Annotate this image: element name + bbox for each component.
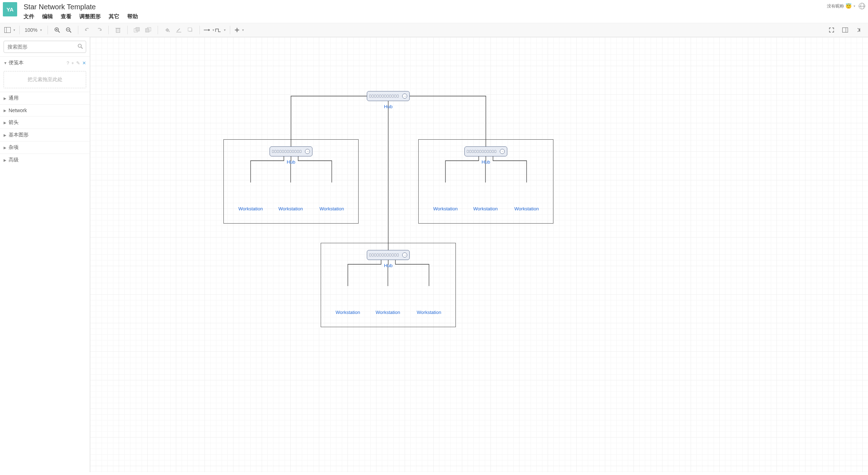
chevron-down-icon: ▼ [223,29,226,32]
chevron-right-icon: ▶ [4,121,7,125]
cluster-1-ws-1-label: Workstation [473,206,498,211]
help-icon[interactable]: ? [66,60,69,66]
doc-title[interactable]: Star Network Template [24,2,864,12]
close-icon[interactable]: ✕ [82,60,86,66]
account-emoji-icon: 😇 [845,3,852,9]
line-color-button[interactable] [173,25,184,35]
chevron-down-icon: ▼ [40,29,43,32]
shadow-button[interactable] [184,25,196,35]
chevron-down-icon: ▼ [13,29,16,32]
zoom-in-button[interactable] [51,25,63,35]
edit-icon[interactable]: ✎ [76,60,80,66]
search-input[interactable] [7,44,78,50]
waypoint-style-button[interactable]: ▼ [215,25,226,35]
zoom-value: 100% [25,27,38,33]
canvas[interactable]: →Hub→HubWorkstationWorkstationWorkstatio… [90,37,868,472]
fullscreen-button[interactable] [826,25,837,35]
zoom-out-button[interactable] [63,25,74,35]
arrow-right-icon: → [305,149,310,154]
account-menu[interactable]: 没有昵称 😇 ▼ [827,3,865,9]
cluster-0-ws-0-label: Workstation [238,206,263,211]
connection-style-button[interactable]: ▼ [203,25,215,35]
shape-search[interactable] [4,41,86,53]
svg-rect-0 [5,28,11,33]
cluster-2-ws-0-label: Workstation [336,310,360,315]
collapse-right-button[interactable] [853,25,864,35]
language-globe-icon[interactable] [859,3,865,9]
menu-help[interactable]: 帮助 [127,13,138,20]
undo-button[interactable] [82,25,93,35]
chevron-down-icon: ▼ [4,61,7,65]
zoom-dropdown[interactable]: 100% ▼ [21,27,46,33]
scratchpad-header[interactable]: ▼ 便笺本 ? + ✎ ✕ [0,57,90,69]
chevron-down-icon: ▼ [212,29,215,32]
svg-rect-24 [843,28,848,32]
svg-rect-9 [116,29,120,32]
menu-extras[interactable]: 其它 [109,13,119,20]
chevron-down-icon: ▼ [242,29,245,32]
svg-line-27 [81,47,83,49]
top-hub-label: Hub [384,104,393,109]
chevron-right-icon: ▶ [4,109,7,112]
svg-point-17 [168,31,170,32]
add-icon[interactable]: + [71,60,74,66]
chevron-right-icon: ▶ [4,96,7,100]
scratchpad-dropzone[interactable]: 把元素拖至此处 [4,71,86,88]
search-icon [78,44,83,50]
category-4[interactable]: ▶杂项 [0,141,90,154]
svg-point-26 [78,44,82,48]
menu-arrange[interactable]: 调整图形 [79,13,101,20]
redo-button[interactable] [93,25,105,35]
arrow-right-icon: → [402,252,407,258]
category-2[interactable]: ▶箭头 [0,116,90,129]
chevron-right-icon: ▶ [4,146,7,150]
scratchpad-title: 便笺本 [9,60,66,66]
toolbar: ▼ 100% ▼ ▼ ▼ ▼ [0,23,868,37]
chevron-down-icon: ▼ [853,5,856,8]
cluster-2-ws-1-label: Workstation [376,310,400,315]
cluster-0-hub-label: Hub [287,159,295,165]
svg-rect-14 [136,28,139,31]
category-1[interactable]: ▶Network [0,105,90,116]
menu-view[interactable]: 查看 [61,13,71,20]
svg-line-7 [69,31,71,33]
top-hub[interactable]: → [367,91,410,101]
chevron-right-icon: ▶ [4,158,7,162]
svg-rect-18 [176,32,181,32]
cluster-2-ws-2-label: Workstation [417,310,441,315]
format-panel-toggle-button[interactable] [839,25,851,35]
sidebar: ▼ 便笺本 ? + ✎ ✕ 把元素拖至此处 ▶通用▶Network▶箭头▶基本图… [0,37,90,472]
avatar[interactable]: YA [3,2,17,16]
app-header: YA Star Network Template 文件 编辑 查看 调整图形 其… [0,0,868,23]
svg-rect-20 [188,28,192,31]
menubar: 文件 编辑 查看 调整图形 其它 帮助 [24,12,864,23]
account-label: 没有昵称 [827,3,844,9]
cluster-1-hub-label: Hub [482,159,490,165]
svg-line-3 [58,31,60,33]
cluster-0-hub[interactable]: → [270,146,312,156]
to-front-button[interactable] [131,25,143,35]
delete-button[interactable] [112,25,124,35]
sidebar-toggle-button[interactable]: ▼ [4,25,16,35]
chevron-right-icon: ▶ [4,133,7,137]
fill-color-button[interactable] [162,25,173,35]
cluster-0-ws-1-label: Workstation [278,206,303,211]
menu-file[interactable]: 文件 [24,13,34,20]
diagram[interactable]: →Hub→HubWorkstationWorkstationWorkstatio… [90,37,868,472]
cluster-1-ws-2-label: Workstation [514,206,539,211]
to-back-button[interactable] [143,25,154,35]
insert-button[interactable]: ▼ [234,25,245,35]
cluster-2-hub[interactable]: → [367,250,410,260]
cluster-2-hub-label: Hub [384,263,393,268]
cluster-0-ws-2-label: Workstation [320,206,344,211]
category-3[interactable]: ▶基本图形 [0,129,90,141]
menu-edit[interactable]: 编辑 [42,13,53,20]
cluster-1-hub[interactable]: → [464,146,507,156]
category-0[interactable]: ▶通用 [0,92,90,104]
arrow-right-icon: → [402,94,407,99]
category-5[interactable]: ▶高级 [0,154,90,166]
svg-rect-16 [146,29,149,32]
arrow-right-icon: → [500,149,505,154]
cluster-1-ws-0-label: Workstation [433,206,458,211]
